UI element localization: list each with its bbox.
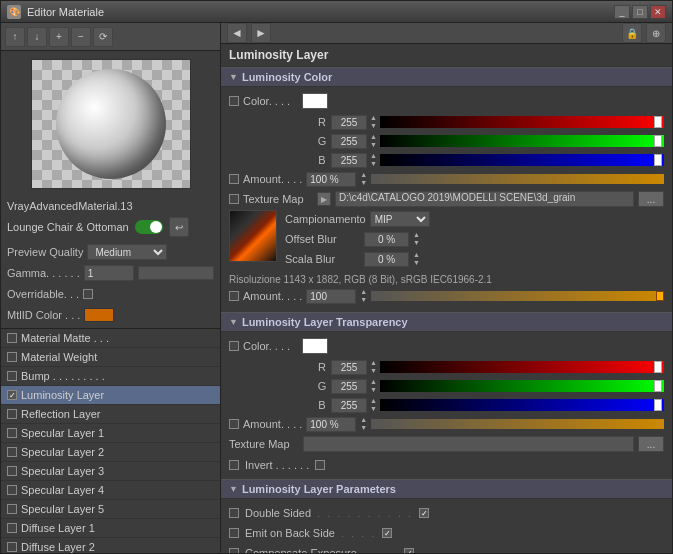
amount-up-arrow[interactable]: ▲ — [360, 171, 367, 179]
trans-r-thumb[interactable] — [654, 361, 662, 373]
b-value-input[interactable] — [331, 153, 367, 168]
gamma-slider[interactable] — [138, 266, 214, 280]
tool-btn-1[interactable]: ↑ — [5, 27, 25, 47]
trans-r-track[interactable] — [380, 361, 664, 373]
offset-blur-input[interactable] — [364, 232, 409, 247]
r-track[interactable] — [380, 116, 664, 128]
emit-back-value-check[interactable]: ✓ — [382, 528, 392, 538]
mtlid-color-swatch[interactable] — [84, 308, 114, 322]
scene-btn[interactable]: ↩ — [169, 217, 189, 237]
compensate-checkbox[interactable] — [229, 548, 239, 553]
minimize-button[interactable]: _ — [614, 5, 630, 19]
layer-check-0[interactable] — [7, 333, 17, 343]
b-arrows[interactable]: ▲ ▼ — [370, 152, 377, 168]
double-sided-value-check[interactable]: ✓ — [419, 508, 429, 518]
panel-tool-lock[interactable]: 🔒 — [622, 23, 642, 43]
close-button[interactable]: ✕ — [650, 5, 666, 19]
b-down-arrow[interactable]: ▼ — [370, 160, 377, 168]
trans-g-track[interactable] — [380, 380, 664, 392]
layer-item-reflection[interactable]: Reflection Layer — [1, 405, 220, 424]
trans-color-swatch[interactable] — [302, 338, 328, 354]
layer-check-6[interactable] — [7, 447, 17, 457]
r-arrows[interactable]: ▲ ▼ — [370, 114, 377, 130]
layer-check-3[interactable]: ✓ — [7, 390, 17, 400]
r-value-input[interactable] — [331, 115, 367, 130]
layer-check-7[interactable] — [7, 466, 17, 476]
layer-item-luminosity[interactable]: ✓ Luminosity Layer — [1, 386, 220, 405]
scala-arrows[interactable]: ▲ ▼ — [413, 251, 420, 267]
r-down-arrow[interactable]: ▼ — [370, 122, 377, 130]
amount-down-arrow[interactable]: ▼ — [360, 179, 367, 187]
layer-check-9[interactable] — [7, 504, 17, 514]
trans-amount-checkbox[interactable] — [229, 419, 239, 429]
r-up-arrow[interactable]: ▲ — [370, 114, 377, 122]
layer-item-specular5[interactable]: Specular Layer 5 — [1, 500, 220, 519]
g-arrows[interactable]: ▲ ▼ — [370, 133, 377, 149]
trans-b-track[interactable] — [380, 399, 664, 411]
layer-item-material-matte[interactable]: Material Matte . . . — [1, 329, 220, 348]
layer-check-5[interactable] — [7, 428, 17, 438]
layer-item-bump[interactable]: Bump . . . . . . . . . — [1, 367, 220, 386]
layer-check-4[interactable] — [7, 409, 17, 419]
amount2-arrows[interactable]: ▲ ▼ — [360, 288, 367, 304]
amount-track[interactable] — [371, 174, 664, 184]
tool-btn-5[interactable]: ⟳ — [93, 27, 113, 47]
g-thumb[interactable] — [654, 135, 662, 147]
b-up-arrow[interactable]: ▲ — [370, 152, 377, 160]
g-track[interactable] — [380, 135, 664, 147]
layer-item-diffuse1[interactable]: Diffuse Layer 1 — [1, 519, 220, 538]
r-thumb[interactable] — [654, 116, 662, 128]
amount2-checkbox[interactable] — [229, 291, 239, 301]
amount2-input[interactable] — [306, 289, 356, 304]
trans-g-thumb[interactable] — [654, 380, 662, 392]
nav-forward-button[interactable]: ► — [251, 23, 271, 43]
trans-color-checkbox[interactable] — [229, 341, 239, 351]
g-down-arrow[interactable]: ▼ — [370, 141, 377, 149]
texture-play-btn[interactable]: ▶ — [317, 192, 331, 206]
parameters-header[interactable]: ▼ Luminosity Layer Parameters — [221, 479, 672, 499]
double-sided-checkbox[interactable] — [229, 508, 239, 518]
b-track[interactable] — [380, 154, 664, 166]
layer-check-11[interactable] — [7, 542, 17, 552]
invert-checkbox[interactable] — [229, 460, 239, 470]
maximize-button[interactable]: □ — [632, 5, 648, 19]
transparency-header[interactable]: ▼ Luminosity Layer Transparency — [221, 312, 672, 332]
layer-item-specular3[interactable]: Specular Layer 3 — [1, 462, 220, 481]
layer-check-10[interactable] — [7, 523, 17, 533]
preview-quality-dropdown[interactable]: Medium Low High — [87, 244, 167, 260]
amount2-track[interactable] — [371, 291, 664, 301]
layer-item-material-weight[interactable]: Material Weight — [1, 348, 220, 367]
campionamento-dropdown[interactable]: MIP None SAT — [370, 211, 430, 227]
tool-btn-4[interactable]: − — [71, 27, 91, 47]
offset-arrows[interactable]: ▲ ▼ — [413, 231, 420, 247]
scene-toggle[interactable] — [135, 220, 163, 234]
amount-checkbox[interactable] — [229, 174, 239, 184]
tool-btn-2[interactable]: ↓ — [27, 27, 47, 47]
layer-item-specular1[interactable]: Specular Layer 1 — [1, 424, 220, 443]
trans-g-input[interactable] — [331, 379, 367, 394]
color-preview-swatch[interactable] — [302, 93, 328, 109]
trans-b-thumb[interactable] — [654, 399, 662, 411]
amount2-thumb[interactable] — [656, 291, 664, 301]
trans-b-input[interactable] — [331, 398, 367, 413]
texture-browse-btn[interactable]: ... — [638, 191, 664, 207]
trans-amount-input[interactable] — [306, 417, 356, 432]
emit-back-checkbox[interactable] — [229, 528, 239, 538]
layer-check-1[interactable] — [7, 352, 17, 362]
layer-item-specular2[interactable]: Specular Layer 2 — [1, 443, 220, 462]
compensate-value-check[interactable]: ✓ — [404, 548, 414, 553]
g-up-arrow[interactable]: ▲ — [370, 133, 377, 141]
amount-arrows[interactable]: ▲ ▼ — [360, 171, 367, 187]
texture-checkbox[interactable] — [229, 194, 239, 204]
g-value-input[interactable] — [331, 134, 367, 149]
panel-tool-expand[interactable]: ⊕ — [646, 23, 666, 43]
gamma-input[interactable] — [84, 265, 134, 281]
layer-check-2[interactable] — [7, 371, 17, 381]
tool-btn-3[interactable]: + — [49, 27, 69, 47]
layer-item-specular4[interactable]: Specular Layer 4 — [1, 481, 220, 500]
nav-back-button[interactable]: ◄ — [227, 23, 247, 43]
trans-r-input[interactable] — [331, 360, 367, 375]
layer-check-8[interactable] — [7, 485, 17, 495]
b-thumb[interactable] — [654, 154, 662, 166]
color-enable-checkbox[interactable] — [229, 96, 239, 106]
